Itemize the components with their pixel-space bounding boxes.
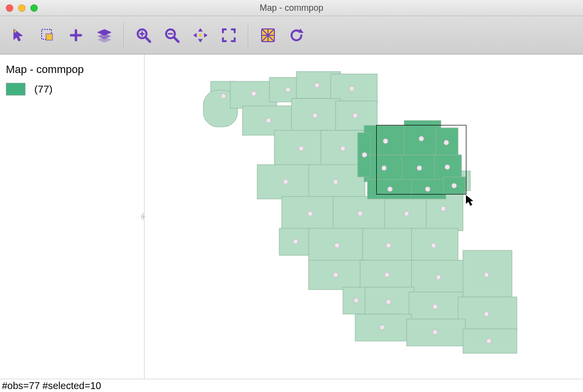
- svg-point-64: [286, 87, 291, 92]
- refresh-button[interactable]: [285, 24, 308, 47]
- fit-extent-button[interactable]: [218, 24, 240, 47]
- svg-point-80: [386, 243, 391, 248]
- svg-point-62: [221, 94, 226, 98]
- svg-point-78: [293, 239, 298, 244]
- pointer-icon: [12, 28, 26, 43]
- svg-marker-12: [198, 39, 202, 42]
- zoom-window-button[interactable]: [30, 4, 38, 12]
- svg-marker-6: [97, 37, 111, 43]
- svg-point-84: [436, 275, 441, 280]
- window-controls: [0, 4, 38, 12]
- basemap-button[interactable]: [257, 24, 279, 47]
- window-title: Map - commpop: [0, 3, 583, 13]
- svg-point-74: [308, 211, 313, 216]
- svg-point-92: [486, 339, 491, 343]
- legend-title: Map - commpop: [6, 63, 138, 76]
- cursor-icon: [466, 195, 475, 207]
- zoom-out-icon: [164, 27, 180, 43]
- pan-button[interactable]: [189, 24, 212, 47]
- svg-point-89: [484, 312, 489, 317]
- close-window-button[interactable]: [6, 4, 13, 12]
- pan-icon: [193, 27, 208, 43]
- svg-point-70: [299, 146, 304, 151]
- svg-point-91: [433, 330, 437, 335]
- main-area: Map - commpop (77): [0, 54, 583, 379]
- refresh-icon: [289, 27, 304, 43]
- minimize-window-button[interactable]: [18, 4, 25, 12]
- zoom-in-icon: [136, 27, 151, 43]
- svg-point-71: [340, 146, 345, 151]
- svg-rect-3: [46, 34, 52, 40]
- svg-point-87: [386, 299, 391, 304]
- svg-marker-13: [194, 33, 196, 37]
- svg-point-77: [441, 206, 446, 211]
- legend-count: (77): [34, 83, 52, 95]
- svg-marker-18: [298, 29, 303, 33]
- svg-point-83: [385, 272, 389, 277]
- toolbar: [0, 16, 583, 54]
- pointer-tool-button[interactable]: [8, 24, 30, 47]
- svg-point-81: [431, 243, 436, 248]
- svg-point-102: [362, 152, 367, 157]
- select-rect-icon: [40, 28, 55, 43]
- svg-marker-14: [204, 33, 207, 37]
- layers-icon: [97, 28, 112, 43]
- svg-point-66: [349, 86, 354, 91]
- zoom-in-button[interactable]: [132, 24, 155, 47]
- svg-point-63: [251, 91, 256, 96]
- svg-point-82: [333, 272, 338, 277]
- map-svg: [145, 54, 583, 379]
- svg-point-73: [333, 179, 338, 184]
- svg-point-90: [380, 325, 385, 330]
- svg-point-86: [354, 298, 359, 303]
- svg-point-68: [313, 113, 317, 118]
- svg-point-75: [358, 211, 363, 216]
- legend-item[interactable]: (77): [6, 83, 138, 96]
- svg-point-76: [404, 211, 409, 216]
- svg-point-79: [335, 243, 340, 248]
- svg-point-15: [199, 34, 202, 37]
- svg-point-69: [353, 113, 358, 118]
- fit-icon: [221, 27, 237, 43]
- svg-line-8: [146, 37, 150, 42]
- toolbar-separator: [123, 23, 124, 48]
- svg-point-72: [283, 179, 288, 184]
- map-canvas[interactable]: [145, 54, 583, 379]
- svg-point-65: [315, 83, 319, 88]
- basemap-icon: [260, 27, 276, 43]
- window-titlebar: Map - commpop: [0, 0, 583, 16]
- legend-panel: Map - commpop (77): [0, 54, 145, 379]
- status-bar: #obs=77 #selected=10: [0, 379, 583, 392]
- svg-marker-11: [198, 28, 202, 31]
- status-text: #obs=77 #selected=10: [2, 380, 101, 392]
- svg-point-67: [266, 118, 271, 123]
- svg-line-10: [174, 37, 178, 42]
- selection-rectangle[interactable]: [376, 125, 466, 195]
- layers-button[interactable]: [93, 24, 116, 47]
- legend-swatch: [6, 83, 25, 96]
- svg-point-88: [433, 304, 437, 309]
- plus-icon: [69, 28, 83, 43]
- svg-point-85: [484, 272, 489, 277]
- toolbar-separator: [248, 23, 249, 48]
- zoom-out-button[interactable]: [161, 24, 183, 47]
- select-rect-button[interactable]: [36, 24, 59, 47]
- add-button[interactable]: [65, 24, 87, 47]
